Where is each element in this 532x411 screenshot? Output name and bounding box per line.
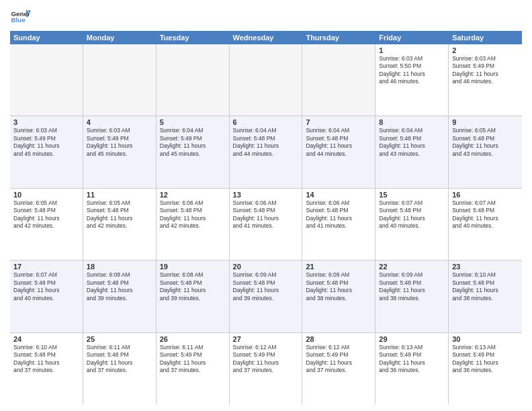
calendar: SundayMondayTuesdayWednesdayThursdayFrid… <box>10 31 522 404</box>
cell-info: Sunrise: 6:09 AM Sunset: 5:48 PM Dayligh… <box>379 271 445 302</box>
day-number: 22 <box>379 263 445 271</box>
calendar-body: 1Sunrise: 6:03 AM Sunset: 5:50 PM Daylig… <box>10 44 522 404</box>
day-cell: 23Sunrise: 6:10 AM Sunset: 5:48 PM Dayli… <box>449 261 522 332</box>
cell-info: Sunrise: 6:03 AM Sunset: 5:50 PM Dayligh… <box>379 55 445 86</box>
day-number: 15 <box>379 191 445 199</box>
cell-info: Sunrise: 6:04 AM Sunset: 5:48 PM Dayligh… <box>233 127 299 158</box>
cell-info: Sunrise: 6:12 AM Sunset: 5:49 PM Dayligh… <box>306 344 371 375</box>
cell-info: Sunrise: 6:04 AM Sunset: 5:49 PM Dayligh… <box>160 127 226 158</box>
day-number: 14 <box>306 191 371 199</box>
day-number: 8 <box>379 118 445 126</box>
day-number: 29 <box>379 335 445 343</box>
day-cell: 13Sunrise: 6:06 AM Sunset: 5:48 PM Dayli… <box>230 189 303 260</box>
header-cell-monday: Monday <box>83 31 157 44</box>
logo-icon: General Blue <box>10 7 30 27</box>
cell-info: Sunrise: 6:06 AM Sunset: 5:48 PM Dayligh… <box>233 199 299 230</box>
day-number: 24 <box>13 335 79 343</box>
cell-info: Sunrise: 6:05 AM Sunset: 5:48 PM Dayligh… <box>87 199 152 230</box>
day-number: 23 <box>452 263 519 271</box>
cell-info: Sunrise: 6:06 AM Sunset: 5:48 PM Dayligh… <box>160 199 226 230</box>
header: General Blue <box>10 7 522 27</box>
day-cell: 25Sunrise: 6:11 AM Sunset: 5:48 PM Dayli… <box>83 333 157 404</box>
day-cell: 8Sunrise: 6:04 AM Sunset: 5:48 PM Daylig… <box>375 116 449 187</box>
day-cell: 3Sunrise: 6:03 AM Sunset: 5:49 PM Daylig… <box>10 116 83 187</box>
day-cell: 6Sunrise: 6:04 AM Sunset: 5:48 PM Daylig… <box>230 116 303 187</box>
day-cell: 22Sunrise: 6:09 AM Sunset: 5:48 PM Dayli… <box>375 261 449 332</box>
cell-info: Sunrise: 6:03 AM Sunset: 5:49 PM Dayligh… <box>452 55 519 86</box>
day-number: 28 <box>306 335 371 343</box>
day-number: 3 <box>13 118 79 126</box>
day-cell: 21Sunrise: 6:09 AM Sunset: 5:48 PM Dayli… <box>302 261 375 332</box>
day-number: 7 <box>306 118 371 126</box>
cell-info: Sunrise: 6:08 AM Sunset: 5:48 PM Dayligh… <box>160 271 226 302</box>
cell-info: Sunrise: 6:05 AM Sunset: 5:48 PM Dayligh… <box>452 127 519 158</box>
cell-info: Sunrise: 6:06 AM Sunset: 5:48 PM Dayligh… <box>306 199 371 230</box>
day-number: 12 <box>160 191 226 199</box>
header-cell-friday: Friday <box>375 31 449 44</box>
day-number: 20 <box>233 263 299 271</box>
day-number: 10 <box>13 191 79 199</box>
logo: General Blue <box>10 7 30 27</box>
cell-info: Sunrise: 6:13 AM Sunset: 5:49 PM Dayligh… <box>452 344 519 375</box>
cell-info: Sunrise: 6:09 AM Sunset: 5:48 PM Dayligh… <box>233 271 299 302</box>
empty-cell <box>302 44 375 116</box>
day-number: 25 <box>87 335 152 343</box>
day-cell: 5Sunrise: 6:04 AM Sunset: 5:49 PM Daylig… <box>157 116 230 187</box>
cell-info: Sunrise: 6:08 AM Sunset: 5:48 PM Dayligh… <box>87 271 152 302</box>
page: General Blue SundayMondayTuesdayWednesda… <box>0 0 532 411</box>
empty-cell <box>10 44 83 116</box>
cell-info: Sunrise: 6:11 AM Sunset: 5:48 PM Dayligh… <box>87 344 152 375</box>
calendar-row: 10Sunrise: 6:05 AM Sunset: 5:48 PM Dayli… <box>10 189 522 261</box>
cell-info: Sunrise: 6:09 AM Sunset: 5:48 PM Dayligh… <box>306 271 371 302</box>
cell-info: Sunrise: 6:10 AM Sunset: 5:48 PM Dayligh… <box>452 271 519 302</box>
header-cell-thursday: Thursday <box>302 31 375 44</box>
day-number: 26 <box>160 335 226 343</box>
cell-info: Sunrise: 6:12 AM Sunset: 5:49 PM Dayligh… <box>233 344 299 375</box>
cell-info: Sunrise: 6:13 AM Sunset: 5:49 PM Dayligh… <box>379 344 445 375</box>
header-cell-wednesday: Wednesday <box>230 31 303 44</box>
cell-info: Sunrise: 6:04 AM Sunset: 5:48 PM Dayligh… <box>379 127 445 158</box>
svg-text:Blue: Blue <box>11 16 26 24</box>
calendar-row: 1Sunrise: 6:03 AM Sunset: 5:50 PM Daylig… <box>10 44 522 116</box>
day-number: 30 <box>452 335 519 343</box>
day-number: 1 <box>379 46 445 54</box>
day-number: 21 <box>306 263 371 271</box>
day-cell: 16Sunrise: 6:07 AM Sunset: 5:48 PM Dayli… <box>449 189 522 260</box>
day-number: 11 <box>87 191 152 199</box>
day-number: 19 <box>160 263 226 271</box>
day-number: 5 <box>160 118 226 126</box>
day-number: 17 <box>13 263 79 271</box>
day-number: 9 <box>452 118 519 126</box>
cell-info: Sunrise: 6:10 AM Sunset: 5:48 PM Dayligh… <box>13 344 79 375</box>
day-cell: 7Sunrise: 6:04 AM Sunset: 5:48 PM Daylig… <box>302 116 375 187</box>
calendar-row: 17Sunrise: 6:07 AM Sunset: 5:48 PM Dayli… <box>10 261 522 332</box>
day-cell: 15Sunrise: 6:07 AM Sunset: 5:48 PM Dayli… <box>375 189 449 260</box>
day-cell: 14Sunrise: 6:06 AM Sunset: 5:48 PM Dayli… <box>302 189 375 260</box>
calendar-row: 24Sunrise: 6:10 AM Sunset: 5:48 PM Dayli… <box>10 333 522 404</box>
cell-info: Sunrise: 6:03 AM Sunset: 5:49 PM Dayligh… <box>87 127 152 158</box>
day-cell: 24Sunrise: 6:10 AM Sunset: 5:48 PM Dayli… <box>10 333 83 404</box>
cell-info: Sunrise: 6:03 AM Sunset: 5:49 PM Dayligh… <box>13 127 79 158</box>
day-cell: 30Sunrise: 6:13 AM Sunset: 5:49 PM Dayli… <box>449 333 522 404</box>
day-cell: 17Sunrise: 6:07 AM Sunset: 5:48 PM Dayli… <box>10 261 83 332</box>
cell-info: Sunrise: 6:07 AM Sunset: 5:48 PM Dayligh… <box>379 199 445 230</box>
day-cell: 2Sunrise: 6:03 AM Sunset: 5:49 PM Daylig… <box>449 44 522 116</box>
calendar-header: SundayMondayTuesdayWednesdayThursdayFrid… <box>10 31 522 44</box>
cell-info: Sunrise: 6:07 AM Sunset: 5:48 PM Dayligh… <box>452 199 519 230</box>
day-cell: 18Sunrise: 6:08 AM Sunset: 5:48 PM Dayli… <box>83 261 157 332</box>
header-cell-saturday: Saturday <box>449 31 522 44</box>
header-cell-sunday: Sunday <box>10 31 83 44</box>
day-cell: 1Sunrise: 6:03 AM Sunset: 5:50 PM Daylig… <box>375 44 449 116</box>
day-cell: 4Sunrise: 6:03 AM Sunset: 5:49 PM Daylig… <box>83 116 157 187</box>
day-cell: 19Sunrise: 6:08 AM Sunset: 5:48 PM Dayli… <box>157 261 230 332</box>
day-cell: 28Sunrise: 6:12 AM Sunset: 5:49 PM Dayli… <box>302 333 375 404</box>
day-cell: 9Sunrise: 6:05 AM Sunset: 5:48 PM Daylig… <box>449 116 522 187</box>
cell-info: Sunrise: 6:04 AM Sunset: 5:48 PM Dayligh… <box>306 127 371 158</box>
day-cell: 26Sunrise: 6:11 AM Sunset: 5:49 PM Dayli… <box>157 333 230 404</box>
cell-info: Sunrise: 6:05 AM Sunset: 5:48 PM Dayligh… <box>13 199 79 230</box>
calendar-row: 3Sunrise: 6:03 AM Sunset: 5:49 PM Daylig… <box>10 116 522 188</box>
day-number: 18 <box>87 263 152 271</box>
day-number: 4 <box>87 118 152 126</box>
day-number: 2 <box>452 46 519 54</box>
day-cell: 12Sunrise: 6:06 AM Sunset: 5:48 PM Dayli… <box>157 189 230 260</box>
